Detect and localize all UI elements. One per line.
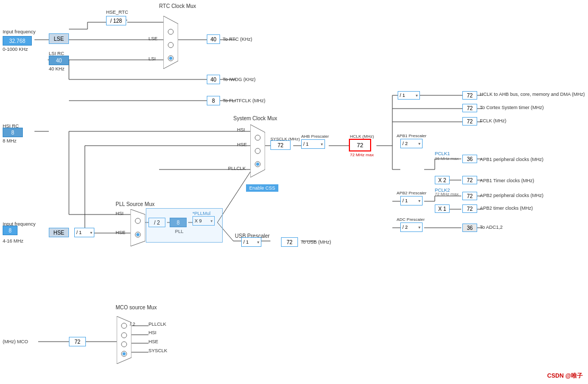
- mco-hsi-label: HSI: [148, 330, 156, 335]
- hclk-ahb-label: HCLK to AHB bus, core, memory and DMA (M…: [480, 92, 585, 97]
- svg-point-69: [168, 29, 173, 34]
- svg-point-72: [169, 57, 172, 60]
- hclk-ahb-box: 72: [462, 91, 477, 100]
- apb2-periph-box: 72: [462, 192, 477, 200]
- svg-marker-81: [130, 209, 145, 246]
- hclk-max-label: 72 MHz max: [350, 153, 374, 157]
- watermark: CSDN @唯子: [547, 372, 583, 380]
- svg-point-77: [256, 163, 259, 166]
- pclk1-label: PCLK1: [435, 151, 450, 156]
- apb1-periph-box: 36: [462, 155, 477, 163]
- input-freq-bottom-range: 4-16 MHz: [3, 238, 23, 244]
- lsi-rc-unit: 40 KHz: [49, 66, 65, 72]
- adc-label: To ADC1,2: [480, 225, 503, 230]
- mco-pllclk-div2-label: / 2: [130, 322, 135, 327]
- system-clock-mux-title: System Clock Mux: [233, 115, 277, 121]
- input-freq-top-label: Input frequency: [3, 29, 36, 34]
- mco-val-box: 72: [69, 337, 86, 346]
- hclk-box: 72: [349, 139, 371, 151]
- enable-css-button[interactable]: Enable CSS: [246, 184, 278, 192]
- pll-source-mux-title: PLL Source Mux: [116, 201, 155, 207]
- hse-pll-label: HSE: [116, 230, 126, 235]
- apb2-periph-label: APB2 peripheral clocks (MHz): [480, 193, 543, 198]
- sysclk-box: 72: [270, 140, 291, 150]
- usb-label: To USB (MHz): [301, 239, 331, 245]
- usb-val-box: 72: [281, 237, 298, 247]
- hclk-label: HCLK (MHz): [350, 134, 374, 139]
- adc-prescaler-label: ADC Prescaler: [397, 217, 425, 222]
- adc-val-box: 36: [462, 224, 477, 232]
- lsi-mux-label: LSI: [148, 56, 156, 61]
- hse-rtc-label: HSE_RTC: [106, 10, 128, 15]
- hsi-rc-value: 8: [3, 128, 23, 137]
- fclk-label: FCLK (MHz): [480, 118, 506, 123]
- mco-unit-label: (MHz) MCO: [3, 339, 28, 344]
- svg-point-84: [136, 233, 139, 236]
- rtc-mux: [163, 16, 178, 69]
- hse-div1-dropdown[interactable]: / 1: [74, 228, 94, 237]
- input-freq-bottom-value: 8: [3, 226, 17, 235]
- apb1-prescaler-dropdown[interactable]: / 2: [400, 139, 423, 148]
- fclk-box: 72: [462, 117, 477, 126]
- cortex-box: 72: [462, 104, 477, 112]
- svg-point-86: [121, 323, 127, 328]
- mco-sysclk-label: SYSCLK: [148, 348, 168, 353]
- apb2-timer-box: 72: [462, 204, 477, 213]
- apb1-timer-label: APB1 Timer clocks (MHz): [480, 178, 534, 183]
- adc-prescaler-dropdown[interactable]: / 2: [400, 222, 423, 232]
- svg-point-75: [255, 148, 260, 154]
- clock-diagram: RTC Clock Mux Input frequency 32.768 0-1…: [0, 0, 588, 384]
- lse-box: LSE: [49, 33, 69, 44]
- svg-point-90: [122, 352, 126, 355]
- apb1-timer-box: 72: [462, 176, 477, 184]
- apb2-x1-box: X 1: [435, 204, 450, 213]
- div128-box: / 128: [106, 16, 126, 25]
- input-freq-top-range: 0-1000 KHz: [3, 47, 28, 52]
- svg-point-74: [255, 135, 260, 140]
- cortex-label: To Cortex System timer (MHz): [480, 105, 544, 110]
- svg-point-70: [168, 42, 173, 48]
- hsi-pll-label: HSI: [116, 211, 124, 216]
- svg-point-87: [121, 333, 127, 338]
- usb-prescaler-dropdown[interactable]: / 1: [241, 237, 261, 247]
- pclk2-max-label: 72 MHz max: [435, 192, 459, 197]
- apb1-x2-box: X 2: [435, 176, 450, 184]
- hsi-sys-label: HSI: [237, 127, 245, 132]
- hse-box: HSE: [49, 228, 69, 237]
- pll-source-mux: [130, 209, 145, 246]
- lse-mux-label: LSE: [148, 36, 157, 41]
- apb2-prescaler-label: APB2 Prescaler: [397, 191, 426, 195]
- ahb-prescaler-dropdown[interactable]: / 1: [301, 139, 325, 149]
- flitfclk-box: 8: [207, 96, 220, 105]
- pclk1-max-label: 36 MHz max: [435, 156, 459, 161]
- mco-mux: [117, 316, 131, 364]
- rtc-out-box: 40: [207, 34, 220, 44]
- pllclk-sys-label: PLLCLK: [228, 166, 246, 171]
- lsi-rc-value: 40: [49, 56, 69, 65]
- rtc-clock-mux-title: RTC Clock Mux: [159, 3, 196, 9]
- apb1-prescaler-label: APB1 Prescaler: [397, 133, 426, 138]
- apb1-periph-label: APB1 peripheral clocks (MHz): [480, 157, 543, 162]
- ahb-prescaler-label: AHB Prescaler: [301, 134, 329, 139]
- hse-sys-label: HSE: [237, 142, 247, 147]
- pll-highlight-box: [146, 208, 223, 243]
- input-freq-bottom-area: 8: [3, 228, 15, 233]
- mco-hse-label: HSE: [148, 339, 159, 344]
- connection-lines: [0, 0, 588, 384]
- apb2-prescaler-dropdown[interactable]: / 1: [400, 196, 423, 206]
- to-iwdg-label: To IWDG (KHz): [223, 77, 256, 82]
- sys-clock-mux: [250, 124, 265, 177]
- apb2-timer-label: APB2 timer clocks (MHz): [480, 206, 533, 211]
- cortex-div-dropdown[interactable]: / 1: [398, 91, 420, 100]
- to-rtc-label: To RTC (KHz): [223, 37, 252, 42]
- mco-source-mux-title: MCO source Mux: [116, 305, 157, 310]
- hsi-rc-unit: 8 MHz: [3, 138, 16, 144]
- iwdg-box: 40: [207, 75, 220, 84]
- mco-pllclk-label: PLLCLK: [148, 322, 166, 327]
- svg-point-82: [135, 218, 141, 224]
- to-flitfclk-label: To FLITFCLK (MHz): [223, 98, 266, 103]
- svg-point-88: [121, 342, 127, 347]
- input-freq-top-value: 32.768: [3, 36, 32, 46]
